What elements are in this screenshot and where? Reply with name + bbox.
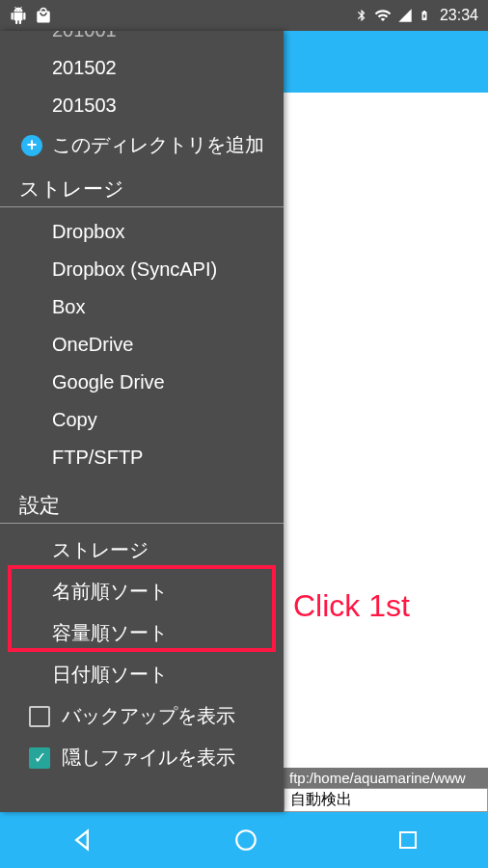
settings-sort-size[interactable]: 容量順ソート: [0, 612, 284, 654]
storage-dropbox[interactable]: Dropbox: [0, 213, 284, 251]
clock-text: 23:34: [440, 7, 478, 24]
add-directory-button[interactable]: + このディレクトリを追加: [0, 124, 284, 166]
storage-ftp[interactable]: FTP/SFTP: [0, 439, 284, 476]
encoding-select[interactable]: 自動検出: [284, 788, 488, 812]
back-icon[interactable]: [68, 827, 95, 854]
status-bar: 23:34: [0, 0, 488, 31]
add-directory-label: このディレクトリを追加: [52, 132, 264, 158]
wifi-icon: [374, 7, 392, 24]
android-icon: [10, 7, 27, 24]
store-icon: [35, 7, 52, 24]
recent-dir-item[interactable]: 201503: [0, 87, 284, 124]
storage-googledrive[interactable]: Google Drive: [0, 364, 284, 401]
settings-sort-date[interactable]: 日付順ソート: [0, 654, 284, 695]
annotation-label: Click 1st: [293, 588, 410, 624]
show-hidden-label: 隠しファイルを表示: [62, 745, 235, 771]
settings-sort-name[interactable]: 名前順ソート: [0, 571, 284, 612]
plus-icon: +: [21, 135, 42, 156]
checkbox-checked-icon: ✓: [29, 747, 50, 769]
navigation-drawer: 201001 201502 201503 + このディレクトリを追加 ストレージ…: [0, 31, 284, 812]
recents-icon[interactable]: [396, 828, 420, 852]
storage-copy[interactable]: Copy: [0, 401, 284, 439]
settings-storage[interactable]: ストレージ: [0, 529, 284, 571]
storage-onedrive[interactable]: OneDrive: [0, 326, 284, 364]
checkbox-unchecked-icon: [29, 706, 50, 727]
show-backup-label: バックアップを表示: [62, 703, 235, 729]
svg-rect-1: [400, 832, 416, 848]
bluetooth-icon: [355, 9, 368, 22]
recent-dir-item[interactable]: 201001: [0, 31, 284, 49]
home-icon[interactable]: [233, 827, 258, 853]
show-backup-toggle[interactable]: バックアップを表示: [0, 695, 284, 737]
settings-header: 設定: [0, 482, 284, 524]
show-hidden-toggle[interactable]: ✓ 隠しファイルを表示: [0, 737, 284, 778]
svg-point-0: [236, 830, 256, 850]
battery-icon: [419, 7, 430, 24]
system-nav-bar: [0, 812, 488, 868]
path-bar: ftp:/home/aquamarine/www: [284, 768, 488, 788]
storage-box[interactable]: Box: [0, 288, 284, 326]
recent-dir-item[interactable]: 201502: [0, 49, 284, 87]
signal-icon: [397, 8, 413, 23]
storage-dropbox-sync[interactable]: Dropbox (SyncAPI): [0, 251, 284, 288]
storage-header: ストレージ: [0, 166, 284, 207]
